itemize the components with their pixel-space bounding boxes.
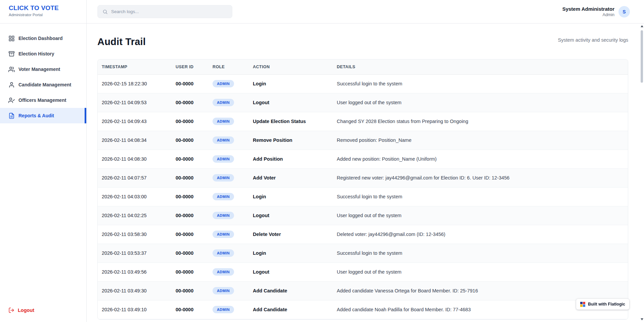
sidebar-item-candidate-management[interactable]: Candidate Management bbox=[0, 77, 86, 92]
search-box bbox=[97, 5, 232, 18]
users-icon bbox=[8, 66, 15, 73]
cell-action: Remove Position bbox=[249, 131, 333, 150]
table-row: 2026-02-11 04:08:30 00-0000 ADMIN Add Po… bbox=[98, 150, 628, 168]
page-title: Audit Trail bbox=[97, 36, 146, 48]
sidebar-item-label: Officers Management bbox=[18, 97, 66, 103]
sidebar-item-label: Reports & Audit bbox=[18, 113, 54, 118]
cell-user-id: 00-0000 bbox=[172, 225, 209, 244]
cell-timestamp: 2026-02-11 03:49:10 bbox=[98, 300, 172, 319]
table-row: 2026-02-15 18:22:30 00-0000 ADMIN Login … bbox=[98, 74, 628, 93]
search-input[interactable] bbox=[111, 9, 227, 14]
role-badge: ADMIN bbox=[213, 174, 234, 182]
sidebar-item-voter-management[interactable]: Voter Management bbox=[0, 62, 86, 77]
cell-user-id: 00-0000 bbox=[172, 150, 209, 168]
cell-details: User logged out of the system bbox=[333, 93, 628, 112]
cell-role: ADMIN bbox=[209, 150, 249, 168]
cell-user-id: 00-0000 bbox=[172, 244, 209, 263]
cell-details: Deleted voter: jay44296@gmail.com (ID: 1… bbox=[333, 225, 628, 244]
cell-role: ADMIN bbox=[209, 168, 249, 187]
table-row: 2026-02-11 03:49:30 00-0000 ADMIN Add Ca… bbox=[98, 281, 628, 300]
cell-timestamp: 2026-02-11 03:58:30 bbox=[98, 225, 172, 244]
cell-action: Update Election Status bbox=[249, 112, 333, 131]
role-badge: ADMIN bbox=[213, 80, 234, 87]
sidebar-header: CLICK TO VOTE Administrator Portal bbox=[0, 0, 86, 24]
sidebar-item-officers-management[interactable]: Officers Management bbox=[0, 92, 86, 108]
brand-subtitle: Administrator Portal bbox=[9, 13, 86, 17]
logout-icon bbox=[8, 307, 14, 313]
cell-details: Successful login to the system bbox=[333, 244, 628, 263]
cell-details: Successful login to the system bbox=[333, 74, 628, 93]
scroll-down-arrow-icon[interactable] bbox=[641, 318, 643, 320]
cell-action: Add Candidate bbox=[249, 281, 333, 300]
sidebar-item-label: Election Dashboard bbox=[18, 36, 62, 41]
scroll-up-arrow-icon[interactable] bbox=[641, 25, 643, 27]
cell-role: ADMIN bbox=[209, 244, 249, 263]
sidebar-footer: Logout bbox=[0, 307, 86, 322]
sidebar-item-label: Candidate Management bbox=[18, 82, 71, 87]
table-row: 2026-02-11 03:49:56 00-0000 ADMIN Logout… bbox=[98, 263, 628, 281]
document-icon bbox=[8, 113, 15, 119]
app-root: CLICK TO VOTE Administrator Portal Elect… bbox=[0, 0, 644, 322]
table-row: 2026-02-11 04:08:34 00-0000 ADMIN Remove… bbox=[98, 131, 628, 150]
table-row: 2026-02-11 04:03:00 00-0000 ADMIN Login … bbox=[98, 187, 628, 206]
logout-button[interactable]: Logout bbox=[8, 307, 34, 313]
logout-label: Logout bbox=[18, 308, 34, 313]
cell-role: ADMIN bbox=[209, 263, 249, 281]
table-row: 2026-02-11 04:09:53 00-0000 ADMIN Logout… bbox=[98, 93, 628, 112]
cell-user-id: 00-0000 bbox=[172, 131, 209, 150]
cell-user-id: 00-0000 bbox=[172, 281, 209, 300]
cell-action: Delete Voter bbox=[249, 225, 333, 244]
cell-role: ADMIN bbox=[209, 187, 249, 206]
cell-role: ADMIN bbox=[209, 112, 249, 131]
sidebar-item-reports-audit[interactable]: Reports & Audit bbox=[0, 108, 86, 123]
scrollbar-thumb[interactable] bbox=[641, 30, 643, 83]
cell-timestamp: 2026-02-11 03:53:37 bbox=[98, 244, 172, 263]
ballot-box-icon bbox=[8, 51, 15, 57]
topbar: System Administrator Admin S bbox=[87, 0, 644, 24]
sidebar-item-label: Election History bbox=[18, 51, 54, 56]
role-badge: ADMIN bbox=[213, 249, 234, 257]
table-row: 2026-02-11 03:53:37 00-0000 ADMIN Login … bbox=[98, 244, 628, 263]
cell-user-id: 00-0000 bbox=[172, 112, 209, 131]
role-badge: ADMIN bbox=[213, 212, 234, 219]
cell-details: User logged out of the system bbox=[333, 263, 628, 281]
role-badge: ADMIN bbox=[213, 268, 234, 276]
user-text: System Administrator Admin bbox=[562, 6, 614, 17]
main-area: System Administrator Admin S Audit Trail… bbox=[87, 0, 644, 322]
cell-timestamp: 2026-02-11 04:08:30 bbox=[98, 150, 172, 168]
header-action: ACTION bbox=[249, 59, 333, 74]
flatlogic-badge-label: Built with Flatlogic bbox=[588, 302, 625, 307]
role-badge: ADMIN bbox=[213, 155, 234, 163]
table-row: 2026-02-11 04:07:57 00-0000 ADMIN Add Vo… bbox=[98, 168, 628, 187]
content: Audit Trail System activity and security… bbox=[87, 24, 644, 322]
cell-user-id: 00-0000 bbox=[172, 168, 209, 187]
table-row: 2026-02-11 04:09:43 00-0000 ADMIN Update… bbox=[98, 112, 628, 131]
cell-role: ADMIN bbox=[209, 281, 249, 300]
role-badge: ADMIN bbox=[213, 231, 234, 238]
cell-timestamp: 2026-02-11 04:02:25 bbox=[98, 206, 172, 225]
brand-title: CLICK TO VOTE bbox=[9, 4, 86, 12]
cell-details: Added new position: Position_Name (Unifo… bbox=[333, 150, 628, 168]
role-badge: ADMIN bbox=[213, 306, 234, 313]
table-row: 2026-02-11 04:02:25 00-0000 ADMIN Logout… bbox=[98, 206, 628, 225]
sidebar-item-election-history[interactable]: Election History bbox=[0, 46, 86, 62]
user-name: System Administrator bbox=[562, 6, 614, 12]
cell-details: Registered new voter: jay44296@gmail.com… bbox=[333, 168, 628, 187]
user-icon bbox=[8, 82, 15, 88]
cell-details: Removed position: Position_Name bbox=[333, 131, 628, 150]
sidebar-item-election-dashboard[interactable]: Election Dashboard bbox=[0, 31, 86, 46]
cell-timestamp: 2026-02-15 18:22:30 bbox=[98, 74, 172, 93]
cell-timestamp: 2026-02-11 04:03:00 bbox=[98, 187, 172, 206]
page-head: Audit Trail System activity and security… bbox=[97, 36, 628, 48]
table-row: 2026-02-11 03:49:10 00-0000 ADMIN Add Ca… bbox=[98, 300, 628, 319]
cell-action: Logout bbox=[249, 263, 333, 281]
cell-user-id: 00-0000 bbox=[172, 74, 209, 93]
avatar[interactable]: S bbox=[618, 6, 630, 17]
cell-details: Changed SY 2028 Election status from Pre… bbox=[333, 112, 628, 131]
vertical-scrollbar bbox=[640, 24, 644, 322]
cell-role: ADMIN bbox=[209, 131, 249, 150]
flatlogic-logo-icon bbox=[580, 302, 585, 307]
cell-details: User logged out of the system bbox=[333, 206, 628, 225]
built-with-flatlogic-badge[interactable]: Built with Flatlogic bbox=[576, 299, 629, 310]
role-badge: ADMIN bbox=[213, 118, 234, 125]
